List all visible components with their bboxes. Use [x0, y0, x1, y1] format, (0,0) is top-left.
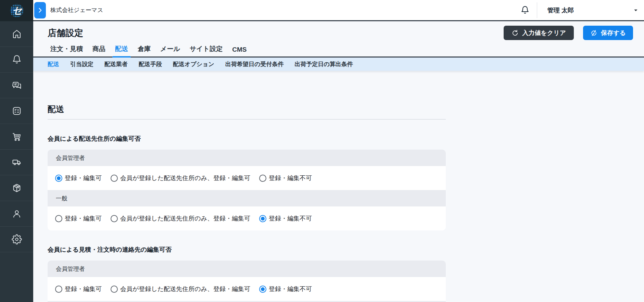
radio-option[interactable]: 登録・編集不可 — [259, 285, 312, 293]
page-actions: 入力値をクリア 保存する — [504, 26, 633, 40]
checklist-icon — [12, 106, 22, 116]
sidebar-item-notifications[interactable] — [0, 47, 33, 73]
radio-group: 会員管理者登録・編集可会員が登録した配送先住所のみ、登録・編集可登録・編集不可一… — [48, 261, 446, 302]
tab-item[interactable]: 注文・見積 — [50, 45, 83, 56]
title-row: 店舗設定 入力値をクリア 保存する — [33, 21, 644, 45]
sidebar-expand-button[interactable] — [34, 2, 46, 18]
radio-button[interactable] — [55, 286, 62, 293]
clear-inputs-label: 入力値をクリア — [522, 29, 566, 37]
radio-button[interactable] — [259, 215, 266, 222]
page-title: 店舗設定 — [48, 27, 83, 39]
person-icon — [12, 209, 22, 219]
subtab-item[interactable]: 配送業者 — [104, 60, 128, 68]
subtab-item[interactable]: 配送手段 — [139, 60, 162, 68]
radio-option-label: 登録・編集不可 — [269, 285, 312, 293]
radio-button[interactable] — [259, 286, 266, 293]
radio-option[interactable]: 登録・編集不可 — [259, 174, 312, 182]
bell-icon — [520, 5, 530, 15]
radio-option-label: 会員が登録した配送先住所のみ、登録・編集可 — [120, 214, 250, 223]
radio-option-label: 会員が登録した配送先住所のみ、登録・編集可 — [120, 285, 250, 293]
field-label: 会員による見積・注文時の連絡先の編集可否 — [48, 246, 644, 254]
row-header: 一般 — [48, 190, 446, 206]
section-title: 配送 — [48, 104, 644, 115]
tabs: 注文・見積商品配送倉庫メールサイト設定CMS — [33, 45, 644, 58]
subtab-item[interactable]: 配送オプション — [173, 60, 214, 68]
radio-option[interactable]: 登録・編集不可 — [259, 214, 312, 223]
sync-check-icon — [590, 29, 597, 37]
home-icon — [12, 29, 22, 39]
subtab-item[interactable]: 出荷希望日の受付条件 — [225, 60, 283, 68]
fields: 会員による配送先住所の編集可否会員管理者登録・編集可会員が登録した配送先住所のみ… — [48, 135, 644, 302]
tab-item[interactable]: サイト設定 — [190, 45, 223, 56]
tab-item[interactable]: 配送 — [115, 45, 128, 56]
topbar: 株式会社ジェーマス 管理 太郎 — [33, 0, 644, 21]
radio-button[interactable] — [55, 215, 62, 222]
radio-option-label: 登録・編集可 — [65, 174, 102, 182]
sidebar: セ — [0, 0, 33, 302]
cart-icon — [12, 131, 22, 142]
radio-row: 登録・編集可会員が登録した配送先住所のみ、登録・編集可登録・編集不可 — [48, 166, 446, 190]
row-header: 会員管理者 — [48, 261, 446, 277]
tab-item[interactable]: 倉庫 — [138, 45, 151, 56]
sidebar-item-settings[interactable] — [0, 227, 33, 252]
save-button[interactable]: 保存する — [583, 26, 633, 40]
subtabs: 配送引当設定配送業者配送手段配送オプション出荷希望日の受付条件出荷予定日の算出条… — [33, 58, 644, 71]
subtab-item[interactable]: 引当設定 — [70, 60, 93, 68]
radio-option-label: 登録・編集可 — [65, 285, 102, 293]
radio-button[interactable] — [259, 175, 266, 182]
logo-icon: セ — [9, 3, 25, 18]
radio-row: 登録・編集可会員が登録した配送先住所のみ、登録・編集可登録・編集不可 — [48, 277, 446, 301]
sidebar-item-home[interactable] — [0, 21, 33, 47]
user-name: 管理 太郎 — [547, 6, 574, 14]
refresh-icon — [512, 29, 519, 37]
sidebar-item-order-list[interactable] — [0, 98, 33, 124]
radio-option[interactable]: 会員が登録した配送先住所のみ、登録・編集可 — [111, 214, 250, 223]
radio-option-label: 登録・編集不可 — [269, 174, 312, 182]
row-header: 会員管理者 — [48, 150, 446, 166]
radio-row: 登録・編集可会員が登録した配送先住所のみ、登録・編集可登録・編集不可 — [48, 206, 446, 230]
tab-item[interactable]: CMS — [232, 46, 247, 56]
sidebar-item-cart[interactable] — [0, 124, 33, 150]
main: 店舗設定 入力値をクリア 保存する 注文・見積商品配送 — [33, 0, 644, 302]
radio-option[interactable]: 登録・編集可 — [55, 174, 102, 182]
radio-option-label: 登録・編集可 — [65, 214, 102, 223]
radio-option-label: 会員が登録した配送先住所のみ、登録・編集可 — [120, 174, 250, 182]
tab-item[interactable]: メール — [160, 45, 180, 56]
tab-item[interactable]: 商品 — [92, 45, 105, 56]
radio-option[interactable]: 会員が登録した配送先住所のみ、登録・編集可 — [111, 174, 250, 182]
gear-icon — [12, 234, 22, 244]
chat-icon — [12, 80, 22, 90]
truck-icon — [12, 157, 22, 167]
radio-option[interactable]: 登録・編集可 — [55, 214, 102, 223]
radio-button[interactable] — [111, 175, 118, 182]
radio-option-label: 登録・編集不可 — [269, 214, 312, 223]
sidebar-item-products[interactable] — [0, 175, 33, 201]
package-icon — [12, 183, 22, 193]
subtab-item[interactable]: 出荷予定日の算出条件 — [294, 60, 353, 68]
sidebar-nav — [0, 21, 33, 252]
sidebar-item-members[interactable] — [0, 201, 33, 227]
radio-button[interactable] — [55, 175, 62, 182]
notification-bell-button[interactable] — [520, 5, 530, 15]
field-label: 会員による配送先住所の編集可否 — [48, 135, 644, 143]
chevron-right-icon — [37, 7, 43, 14]
bell-icon — [12, 54, 22, 65]
radio-option[interactable]: 登録・編集可 — [55, 285, 102, 293]
section-divider — [48, 119, 446, 119]
radio-group: 会員管理者登録・編集可会員が登録した配送先住所のみ、登録・編集可登録・編集不可一… — [48, 150, 446, 230]
company-name: 株式会社ジェーマス — [50, 6, 103, 14]
save-label: 保存する — [601, 29, 626, 37]
radio-button[interactable] — [111, 215, 118, 222]
user-menu[interactable]: 管理 太郎 — [537, 0, 644, 20]
sidebar-item-chat[interactable] — [0, 73, 33, 98]
subtab-item[interactable]: 配送 — [48, 60, 59, 68]
radio-option[interactable]: 会員が登録した配送先住所のみ、登録・編集可 — [111, 285, 250, 293]
sidebar-item-shipping[interactable] — [0, 150, 33, 175]
chevron-down-icon — [633, 8, 639, 13]
radio-button[interactable] — [111, 286, 118, 293]
svg-text:セ: セ — [12, 5, 22, 16]
app-logo[interactable]: セ — [0, 0, 33, 21]
clear-inputs-button[interactable]: 入力値をクリア — [504, 26, 574, 40]
settings-content: 配送 会員による配送先住所の編集可否会員管理者登録・編集可会員が登録した配送先住… — [33, 104, 644, 302]
